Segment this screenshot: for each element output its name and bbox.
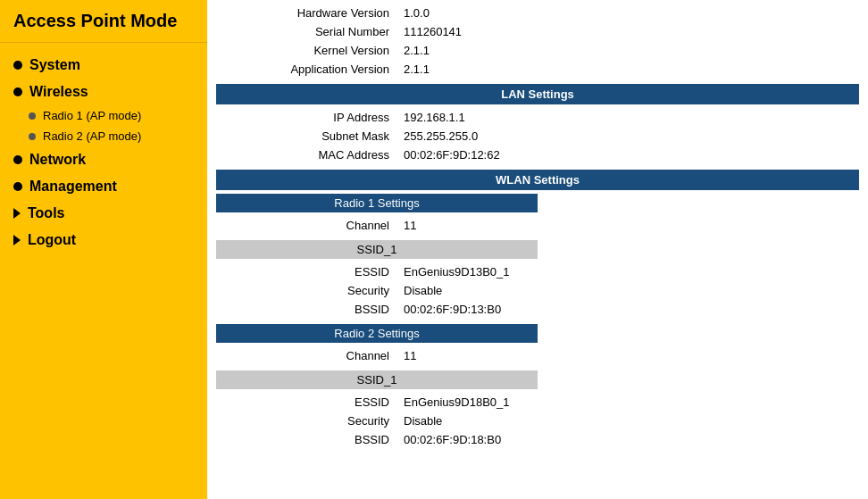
sidebar-item-radio1-label: Radio 1 (AP mode) [43,109,141,122]
sub-bullet-icon [29,133,36,140]
sidebar-nav: System Wireless Radio 1 (AP mode) Radio … [0,43,207,262]
bullet-icon [13,87,22,96]
mac-address-label: MAC Address [216,146,395,164]
sidebar-item-tools[interactable]: Tools [0,200,207,227]
radio2-channel-value: 11 [395,346,859,365]
sidebar-item-tools-label: Tools [28,205,64,221]
sidebar-item-logout-label: Logout [28,232,76,248]
mac-address-row: MAC Address 00:02:6F:9D:12:62 [216,146,859,164]
radio1-essid-value: EnGenius9D13B0_1 [395,262,859,281]
radio1-settings-header: Radio 1 Settings [216,194,538,212]
serial-number-row: Serial Number 111260141 [216,22,859,41]
subnet-mask-label: Subnet Mask [216,127,395,146]
sidebar-item-network-label: Network [29,152,86,168]
sidebar-item-logout[interactable]: Logout [0,227,207,254]
radio2-essid-label: ESSID [216,393,395,412]
sidebar-item-radio1[interactable]: Radio 1 (AP mode) [0,105,207,126]
sidebar-item-management-label: Management [29,179,117,195]
serial-number-label: Serial Number [216,22,395,41]
info-table: Hardware Version 1.0.0 Serial Number 111… [216,4,859,79]
sidebar-item-network[interactable]: Network [0,146,207,173]
kernel-version-label: Kernel Version [216,41,395,60]
radio2-settings-header: Radio 2 Settings [216,324,538,343]
sidebar-item-system-label: System [29,57,80,73]
sub-bullet-icon [29,112,36,120]
kernel-version-value: 2.1.1 [395,41,859,60]
radio1-channel-row: Channel 11 [216,216,859,235]
radio1-security-label: Security [216,281,395,300]
hardware-version-label: Hardware Version [216,4,395,22]
radio2-channel-table: Channel 11 [216,346,859,365]
application-version-row: Application Version 2.1.1 [216,60,859,79]
radio1-security-value: Disable [395,281,859,300]
radio2-security-label: Security [216,412,395,430]
radio2-channel-label: Channel [216,346,395,365]
radio2-bssid-value: 00:02:6F:9D:18:B0 [395,430,859,449]
radio1-bssid-value: 00:02:6F:9D:13:B0 [395,300,859,319]
sidebar: Access Point Mode System Wireless Radio … [0,0,207,499]
radio1-ssid-table: ESSID EnGenius9D13B0_1 Security Disable … [216,262,859,319]
ip-address-label: IP Address [216,108,395,127]
sidebar-item-wireless[interactable]: Wireless [0,79,207,105]
sidebar-item-management[interactable]: Management [0,173,207,200]
bullet-icon [13,61,22,70]
radio1-essid-row: ESSID EnGenius9D13B0_1 [216,262,859,281]
radio1-security-row: Security Disable [216,281,859,300]
serial-number-value: 111260141 [395,22,859,41]
radio2-essid-row: ESSID EnGenius9D18B0_1 [216,393,859,412]
hardware-version-value: 1.0.0 [395,4,859,22]
hardware-version-row: Hardware Version 1.0.0 [216,4,859,22]
sidebar-item-wireless-label: Wireless [29,84,88,100]
sidebar-item-radio2[interactable]: Radio 2 (AP mode) [0,126,207,146]
lan-settings-table: IP Address 192.168.1.1 Subnet Mask 255.2… [216,108,859,164]
ip-address-value: 192.168.1.1 [395,108,859,127]
radio1-channel-value: 11 [395,216,859,235]
application-version-value: 2.1.1 [395,60,859,79]
radio2-channel-row: Channel 11 [216,346,859,365]
bullet-icon [13,155,22,164]
sidebar-item-radio2-label: Radio 2 (AP mode) [43,129,141,143]
radio1-channel-table: Channel 11 [216,216,859,235]
subnet-mask-value: 255.255.255.0 [395,127,859,146]
wlan-settings-header: WLAN Settings [216,170,859,190]
kernel-version-row: Kernel Version 2.1.1 [216,41,859,60]
bullet-icon [13,182,22,191]
radio2-bssid-row: BSSID 00:02:6F:9D:18:B0 [216,430,859,449]
radio2-bssid-label: BSSID [216,430,395,449]
ip-address-row: IP Address 192.168.1.1 [216,108,859,127]
lan-settings-header: LAN Settings [216,84,859,104]
radio1-bssid-label: BSSID [216,300,395,319]
sidebar-item-system[interactable]: System [0,52,207,79]
application-version-label: Application Version [216,60,395,79]
radio2-security-value: Disable [395,412,859,430]
subnet-mask-row: Subnet Mask 255.255.255.0 [216,127,859,146]
radio2-ssid-table: ESSID EnGenius9D18B0_1 Security Disable … [216,393,859,449]
radio2-essid-value: EnGenius9D18B0_1 [395,393,859,412]
radio1-channel-label: Channel [216,216,395,235]
main-content[interactable]: Hardware Version 1.0.0 Serial Number 111… [207,0,868,499]
radio1-ssid-header: SSID_1 [216,240,538,259]
radio1-bssid-row: BSSID 00:02:6F:9D:13:B0 [216,300,859,319]
radio2-ssid-header: SSID_1 [216,370,538,389]
arrow-icon [13,235,21,245]
radio2-security-row: Security Disable [216,412,859,430]
radio1-essid-label: ESSID [216,262,395,281]
mac-address-value: 00:02:6F:9D:12:62 [395,146,859,164]
arrow-icon [13,208,21,219]
sidebar-title: Access Point Mode [0,0,207,43]
